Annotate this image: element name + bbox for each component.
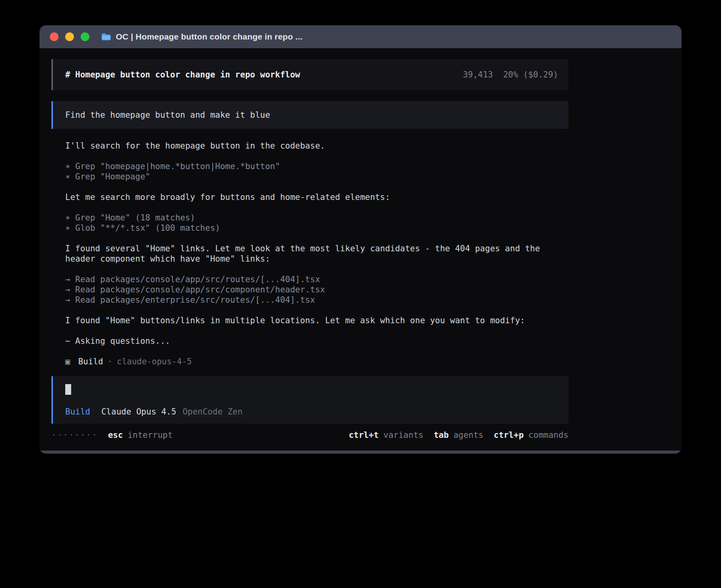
shortcut-commands: ctrl+p commands — [494, 430, 568, 440]
shortcut-hints: ctrl+t variants tab agents ctrl+p comman… — [349, 430, 568, 440]
tool-call: ∗ Grep "Homepage" — [65, 172, 568, 182]
status-left: ········ esc interrupt — [51, 430, 173, 440]
terminal-content: # Homepage button color change in repo w… — [40, 48, 568, 440]
spinner-dots: ········ — [51, 430, 98, 440]
shortcut-label: variants — [383, 430, 423, 440]
conversation: I'll search for the homepage button in t… — [51, 141, 568, 367]
user-message-text: Find the homepage button and make it blu… — [65, 110, 270, 120]
session-header: # Homepage button color change in repo w… — [51, 59, 568, 90]
close-button[interactable] — [50, 32, 59, 41]
shortcut-label: agents — [453, 430, 483, 440]
maximize-button[interactable] — [81, 32, 89, 41]
mode-badge: Build — [65, 407, 90, 417]
tool-call-group: ∗ Grep "homepage|home.*button|Home.*butt… — [65, 161, 568, 182]
tool-call: ∗ Glob "**/*.tsx" (100 matches) — [65, 223, 568, 233]
shortcut-key: tab — [434, 430, 449, 440]
tool-call: ∗ Grep "homepage|home.*button|Home.*butt… — [65, 161, 568, 172]
esc-hint: esc interrupt — [108, 430, 173, 440]
tool-call: → Read packages/enterprise/src/routes/[.… — [65, 295, 568, 305]
agent-name: Build — [78, 356, 103, 367]
shortcut-key: ctrl+p — [494, 430, 524, 440]
assistant-text: I'll search for the homepage button in t… — [65, 141, 568, 151]
agent-status: ▣ Build · claude-opus-4-5 — [65, 356, 568, 367]
window-title: OC | Homepage button color change in rep… — [116, 32, 302, 41]
tool-call-group: → Read packages/console/app/src/routes/[… — [65, 274, 568, 305]
assistant-text: I found several "Home" links. Let me loo… — [65, 243, 568, 264]
user-message: Find the homepage button and make it blu… — [51, 101, 568, 129]
agent-separator: · — [108, 356, 113, 367]
provider-name: OpenCode Zen — [183, 407, 243, 417]
activity-status: ~ Asking questions... — [65, 336, 568, 346]
minimize-button[interactable] — [65, 32, 74, 41]
assistant-text: I found "Home" buttons/links in multiple… — [65, 315, 568, 326]
tool-call: → Read packages/console/app/src/componen… — [65, 285, 568, 295]
shortcut-agents: tab agents — [434, 430, 483, 440]
model-name: Claude Opus 4.5 — [101, 407, 176, 417]
token-count: 39,413 — [463, 70, 493, 80]
input-mode-line: Build Claude Opus 4.5 OpenCode Zen — [65, 407, 568, 417]
status-bar: ········ esc interrupt ctrl+t variants t… — [51, 430, 568, 440]
assistant-text: Let me search more broadly for buttons a… — [65, 192, 568, 202]
terminal-view: # Homepage button color change in repo w… — [40, 48, 681, 450]
tool-call-group: ∗ Grep "Home" (18 matches) ∗ Glob "**/*.… — [65, 213, 568, 233]
traffic-lights — [50, 32, 89, 41]
shortcut-key: ctrl+t — [349, 430, 379, 440]
titlebar: OC | Homepage button color change in rep… — [40, 25, 681, 48]
folder-icon — [101, 33, 111, 41]
agent-icon: ▣ — [65, 356, 70, 367]
esc-label: interrupt — [128, 430, 173, 440]
session-stats: 39,413 20% ($0.29) — [463, 70, 558, 80]
shortcut-variants: ctrl+t variants — [349, 430, 423, 440]
agent-model: claude-opus-4-5 — [117, 356, 192, 367]
terminal-window: OC | Homepage button color change in rep… — [40, 25, 681, 454]
shortcut-label: commands — [528, 430, 568, 440]
esc-key: esc — [108, 430, 123, 440]
tool-call: → Read packages/console/app/src/routes/[… — [65, 274, 568, 285]
context-usage: 20% ($0.29) — [503, 70, 558, 80]
title-group: OC | Homepage button color change in rep… — [101, 32, 302, 41]
tool-call: ∗ Grep "Home" (18 matches) — [65, 213, 568, 223]
text-cursor — [65, 384, 71, 395]
session-title: # Homepage button color change in repo w… — [65, 70, 300, 80]
prompt-input[interactable]: Build Claude Opus 4.5 OpenCode Zen — [51, 376, 568, 424]
